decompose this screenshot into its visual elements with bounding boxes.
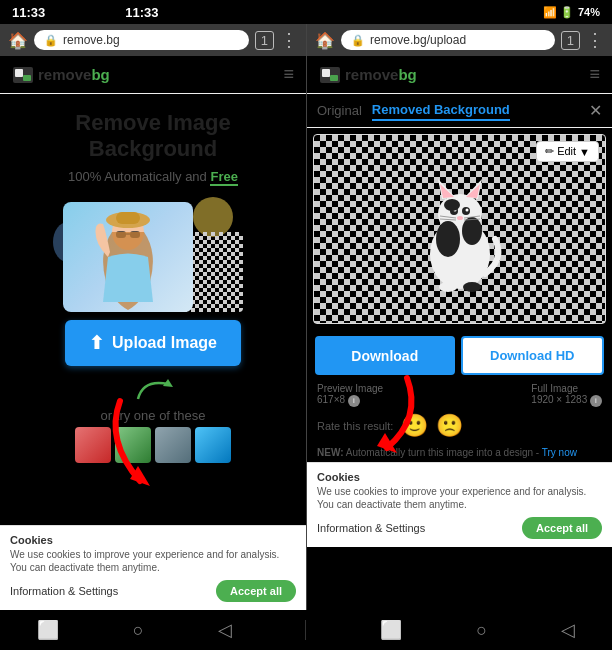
left-address-bar[interactable]: 🔒 remove.bg — [34, 30, 249, 50]
right-cookies-bar: Cookies We use cookies to improve your e… — [307, 462, 612, 547]
bottom-nav-bar: ⬜ ○ ◁ ⬜ ○ ◁ — [0, 610, 612, 650]
right-cookies-actions: Information & Settings Accept all — [317, 517, 602, 539]
woman-svg — [88, 202, 168, 312]
sample-image-4[interactable] — [195, 427, 231, 463]
menu-icon[interactable]: ⋮ — [280, 29, 298, 51]
try-these-text: or try one of these — [12, 408, 294, 423]
rating-area: Rate this result: 🙂 🙁 — [307, 409, 612, 443]
thumbs-up-emoji[interactable]: 🙂 — [401, 413, 428, 439]
full-info: Full Image 1920 × 1283 i — [531, 383, 602, 407]
svg-point-21 — [462, 217, 482, 245]
preview-info: Preview Image 617×8 i — [317, 383, 383, 407]
hero-subtitle: 100% Automatically and Free — [12, 169, 294, 184]
right-address-bar[interactable]: 🔒 remove.bg/upload — [341, 30, 555, 50]
tab-removed-background[interactable]: Removed Background — [372, 100, 510, 121]
download-hd-button[interactable]: Download HD — [461, 336, 605, 375]
svg-rect-2 — [23, 75, 31, 81]
right-logo-text: removebg — [345, 66, 417, 83]
svg-rect-1 — [15, 69, 23, 77]
right-browser-chrome: 🏠 🔒 remove.bg/upload 1 ⋮ — [307, 24, 612, 56]
right-cookies-title: Cookies — [317, 471, 602, 483]
download-area: Download Download HD — [307, 330, 612, 381]
preview-info-icon[interactable]: i — [348, 395, 360, 407]
right-url: remove.bg/upload — [370, 33, 466, 47]
download-button[interactable]: Download — [315, 336, 455, 375]
full-info-icon[interactable]: i — [590, 395, 602, 407]
svg-point-20 — [436, 221, 460, 257]
nav-circle-left[interactable]: ○ — [133, 620, 144, 641]
result-tabs: Original Removed Background ✕ — [307, 94, 612, 128]
nav-triangle-right[interactable]: ◁ — [561, 619, 575, 641]
status-bar: 11:33 11:33 📶 🔋 74% — [0, 0, 612, 24]
left-browser-chrome: 🏠 🔒 remove.bg 1 ⋮ — [0, 24, 306, 56]
image-info: Preview Image 617×8 i Full Image 1920 × … — [307, 381, 612, 409]
result-image-area: ✏ Edit ▼ — [313, 134, 606, 324]
left-site-nav: removebg ≡ — [0, 56, 306, 94]
lock-icon: 🔒 — [44, 34, 58, 47]
nav-square-left[interactable]: ⬜ — [37, 619, 59, 641]
nav-divider — [305, 620, 306, 640]
sample-image-1[interactable] — [75, 427, 111, 463]
time-right: 11:33 — [125, 5, 158, 20]
left-cookies-bar: Cookies We use cookies to improve your e… — [0, 525, 306, 610]
hero-image — [63, 192, 243, 312]
right-lock-icon: 🔒 — [351, 34, 365, 47]
arrow-hint-svg — [133, 374, 173, 404]
removebg-logo-icon — [12, 66, 34, 84]
svg-point-32 — [439, 282, 457, 292]
upload-image-button[interactable]: ⬆ Upload Image — [65, 320, 241, 366]
right-info-settings[interactable]: Information & Settings — [317, 522, 425, 534]
status-icons: 📶 🔋 74% — [543, 6, 600, 19]
upload-icon: ⬆ — [89, 332, 104, 354]
svg-rect-13 — [330, 75, 338, 81]
left-accept-btn[interactable]: Accept all — [216, 580, 296, 602]
left-logo: removebg — [12, 66, 110, 84]
arrow-hint — [12, 374, 294, 404]
right-removebg-logo-icon — [319, 66, 341, 84]
right-logo: removebg — [319, 66, 417, 84]
sample-image-3[interactable] — [155, 427, 191, 463]
time-left: 11:33 — [12, 5, 45, 20]
tabs-icon[interactable]: 1 — [255, 31, 274, 50]
hero-woman-image — [63, 202, 193, 312]
svg-point-33 — [463, 282, 481, 292]
left-cookies-actions: Information & Settings Accept all — [10, 580, 296, 602]
sample-images — [12, 427, 294, 463]
home-icon[interactable]: 🏠 — [8, 31, 28, 50]
new-feature-banner: NEW: Automatically turn this image into … — [307, 443, 612, 462]
edit-button[interactable]: ✏ Edit ▼ — [536, 141, 599, 162]
svg-point-25 — [465, 209, 468, 212]
nav-triangle-left[interactable]: ◁ — [218, 619, 232, 641]
right-menu-icon[interactable]: ⋮ — [586, 29, 604, 51]
right-site-nav: removebg ≡ — [307, 56, 612, 94]
svg-rect-5 — [116, 212, 140, 224]
left-panel: 🏠 🔒 remove.bg 1 ⋮ removebg ≡ — [0, 24, 306, 610]
yellow-circle-decoration — [193, 197, 233, 237]
left-cookies-text: We use cookies to improve your experienc… — [10, 548, 296, 574]
close-result-icon[interactable]: ✕ — [589, 101, 602, 120]
svg-point-26 — [457, 216, 463, 220]
left-logo-text: removebg — [38, 66, 110, 83]
tab-original[interactable]: Original — [317, 101, 362, 120]
left-cookies-title: Cookies — [10, 534, 296, 546]
try-now-link[interactable]: Try now — [542, 447, 577, 458]
hero-section: Remove Image Background 100% Automatical… — [0, 94, 306, 483]
nav-circle-right[interactable]: ○ — [476, 620, 487, 641]
right-panel: 🏠 🔒 remove.bg/upload 1 ⋮ removebg ≡ — [306, 24, 612, 610]
right-accept-btn[interactable]: Accept all — [522, 517, 602, 539]
right-cookies-text: We use cookies to improve your experienc… — [317, 485, 602, 511]
right-hamburger-menu[interactable]: ≡ — [589, 64, 600, 85]
hero-title: Remove Image Background — [12, 110, 294, 163]
svg-rect-12 — [322, 69, 330, 77]
nav-square-right[interactable]: ⬜ — [380, 619, 402, 641]
left-panel-content: Remove Image Background 100% Automatical… — [0, 94, 306, 525]
left-hamburger-menu[interactable]: ≡ — [283, 64, 294, 85]
sample-image-2[interactable] — [115, 427, 151, 463]
right-home-icon[interactable]: 🏠 — [315, 31, 335, 50]
thumbs-down-emoji[interactable]: 🙁 — [436, 413, 463, 439]
right-tabs-icon[interactable]: 1 — [561, 31, 580, 50]
left-url: remove.bg — [63, 33, 120, 47]
left-info-settings[interactable]: Information & Settings — [10, 585, 118, 597]
svg-point-31 — [444, 199, 460, 211]
cat-image — [410, 159, 510, 299]
